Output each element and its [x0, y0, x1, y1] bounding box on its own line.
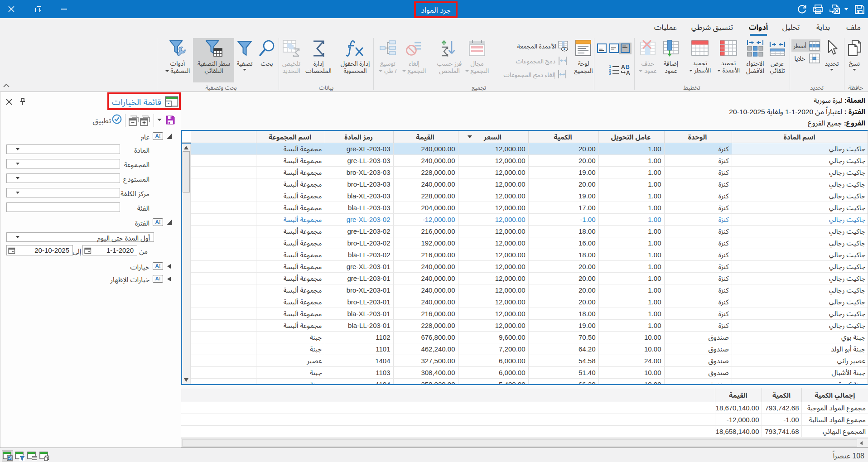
svg-text:A: A — [626, 70, 630, 75]
svg-text:B: B — [626, 64, 630, 70]
svg-text:A: A — [621, 64, 625, 70]
svg-text:3: 3 — [609, 72, 611, 75]
